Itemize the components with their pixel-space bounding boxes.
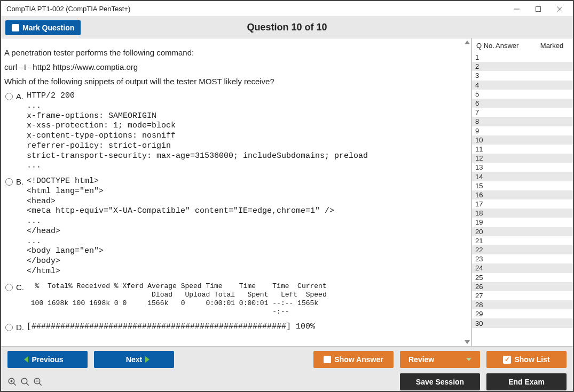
question-row[interactable]: 12 bbox=[472, 154, 573, 163]
zoom-icon[interactable] bbox=[20, 377, 30, 387]
question-row[interactable]: 14 bbox=[472, 172, 573, 181]
end-exam-button[interactable]: End Exam bbox=[486, 373, 567, 390]
chevron-right-icon bbox=[145, 356, 150, 363]
question-row[interactable]: 20 bbox=[472, 227, 573, 236]
question-row-number: 6 bbox=[472, 99, 493, 107]
question-content[interactable]: A penetration tester performs the follow… bbox=[1, 38, 471, 346]
question-row-number: 2 bbox=[472, 62, 493, 70]
question-row[interactable]: 7 bbox=[472, 108, 573, 117]
review-button[interactable]: Review bbox=[400, 351, 480, 368]
question-row-number: 30 bbox=[472, 319, 493, 327]
answer-code: % Total% Received % Xferd Average Speed … bbox=[27, 282, 467, 317]
question-row-number: 21 bbox=[472, 237, 493, 245]
answer-list: A. HTTP/2 200 ... x-frame-options: SAMEO… bbox=[4, 91, 467, 332]
question-row[interactable]: 21 bbox=[472, 236, 573, 245]
scroll-up-icon bbox=[465, 41, 470, 44]
question-row[interactable]: 16 bbox=[472, 190, 573, 199]
question-row-number: 23 bbox=[472, 255, 493, 263]
question-row[interactable]: 28 bbox=[472, 300, 573, 309]
question-row-number: 20 bbox=[472, 228, 493, 236]
checkbox-icon bbox=[12, 24, 19, 31]
answer-option-c[interactable]: C. % Total% Received % Xferd Average Spe… bbox=[4, 282, 467, 317]
question-row[interactable]: 22 bbox=[472, 245, 573, 254]
svg-point-8 bbox=[21, 378, 27, 384]
question-row-number: 18 bbox=[472, 209, 493, 217]
previous-button[interactable]: Previous bbox=[7, 351, 88, 368]
question-text-1: A penetration tester performs the follow… bbox=[4, 48, 467, 57]
answer-option-d[interactable]: D. [####################################… bbox=[4, 322, 467, 332]
review-label: Review bbox=[408, 355, 434, 364]
question-row-number: 15 bbox=[472, 182, 493, 190]
question-row-number: 7 bbox=[472, 108, 493, 116]
app-window: CompTIA PT1-002 (CompTIA PenTest+) Mark … bbox=[0, 0, 574, 392]
radio-b[interactable] bbox=[5, 178, 13, 186]
mark-question-button[interactable]: Mark Question bbox=[5, 20, 81, 35]
question-row-number: 3 bbox=[472, 71, 493, 79]
question-row[interactable]: 15 bbox=[472, 181, 573, 190]
question-row-number: 4 bbox=[472, 81, 493, 89]
question-row[interactable]: 9 bbox=[472, 126, 573, 135]
zoom-out-icon[interactable] bbox=[33, 377, 43, 387]
next-button[interactable]: Next bbox=[94, 351, 174, 368]
question-row-number: 8 bbox=[472, 117, 493, 125]
question-row[interactable]: 10 bbox=[472, 135, 573, 145]
header-marked: Marked bbox=[533, 42, 571, 50]
button-row-2: Save Session End Exam bbox=[7, 373, 567, 390]
question-row[interactable]: 2 bbox=[472, 62, 573, 71]
question-heading: Question 10 of 10 bbox=[1, 22, 573, 33]
question-row[interactable]: 30 bbox=[472, 318, 573, 327]
question-row[interactable]: 5 bbox=[472, 90, 573, 99]
top-bar: Mark Question Question 10 of 10 bbox=[1, 17, 573, 38]
show-list-button[interactable]: ✓ Show List bbox=[486, 351, 567, 368]
answer-option-b[interactable]: B. <!DOCTYPE html> <html lang="en"> <hea… bbox=[4, 177, 467, 277]
end-exam-label: End Exam bbox=[508, 378, 545, 386]
question-row[interactable]: 3 bbox=[472, 71, 573, 80]
question-row[interactable]: 17 bbox=[472, 199, 573, 209]
square-icon bbox=[324, 356, 331, 363]
zoom-in-icon[interactable] bbox=[7, 377, 17, 387]
question-row[interactable]: 6 bbox=[472, 99, 573, 108]
question-row[interactable]: 23 bbox=[472, 254, 573, 263]
radio-d[interactable] bbox=[5, 324, 13, 331]
svg-line-9 bbox=[26, 383, 29, 386]
header-qno: Q No. bbox=[474, 42, 496, 50]
answer-code: <!DOCTYPE html> <html lang="en"> <head> … bbox=[27, 177, 467, 277]
main-area: A penetration tester performs the follow… bbox=[1, 38, 573, 346]
question-row[interactable]: 18 bbox=[472, 209, 573, 218]
question-row[interactable]: 1 bbox=[472, 53, 573, 62]
question-row-number: 22 bbox=[472, 246, 493, 254]
show-answer-button[interactable]: Show Answer bbox=[313, 351, 394, 368]
answer-code: HTTP/2 200 ... x-frame-options: SAMEORIG… bbox=[27, 91, 467, 171]
save-session-button[interactable]: Save Session bbox=[400, 373, 480, 390]
minimize-button[interactable] bbox=[507, 2, 527, 17]
window-controls bbox=[507, 2, 570, 17]
answer-letter: B. bbox=[16, 177, 27, 186]
answer-option-a[interactable]: A. HTTP/2 200 ... x-frame-options: SAMEO… bbox=[4, 91, 467, 171]
question-row[interactable]: 13 bbox=[472, 163, 573, 172]
question-row[interactable]: 24 bbox=[472, 263, 573, 273]
question-row[interactable]: 26 bbox=[472, 282, 573, 291]
svg-rect-1 bbox=[536, 6, 541, 11]
question-list[interactable]: 1234567891011121314151617181920212223242… bbox=[472, 53, 573, 346]
question-row-number: 5 bbox=[472, 90, 493, 98]
question-row-number: 29 bbox=[472, 310, 493, 318]
svg-line-5 bbox=[13, 383, 16, 386]
maximize-button[interactable] bbox=[528, 2, 548, 17]
sidebar-header: Q No. Answer Marked bbox=[472, 38, 573, 53]
close-button[interactable] bbox=[549, 2, 570, 17]
question-row[interactable]: 27 bbox=[472, 291, 573, 300]
radio-c[interactable] bbox=[5, 284, 13, 291]
question-row[interactable]: 29 bbox=[472, 309, 573, 318]
question-row[interactable]: 11 bbox=[472, 145, 573, 154]
question-row-number: 11 bbox=[472, 145, 493, 153]
previous-label: Previous bbox=[32, 355, 63, 364]
header-answer: Answer bbox=[496, 42, 533, 50]
next-label: Next bbox=[126, 355, 142, 364]
radio-a[interactable] bbox=[5, 93, 13, 100]
question-row[interactable]: 8 bbox=[472, 117, 573, 126]
question-row[interactable]: 25 bbox=[472, 273, 573, 282]
question-row[interactable]: 19 bbox=[472, 218, 573, 227]
question-row-number: 16 bbox=[472, 191, 493, 199]
question-row[interactable]: 4 bbox=[472, 81, 573, 90]
chevron-down-icon bbox=[466, 358, 471, 361]
